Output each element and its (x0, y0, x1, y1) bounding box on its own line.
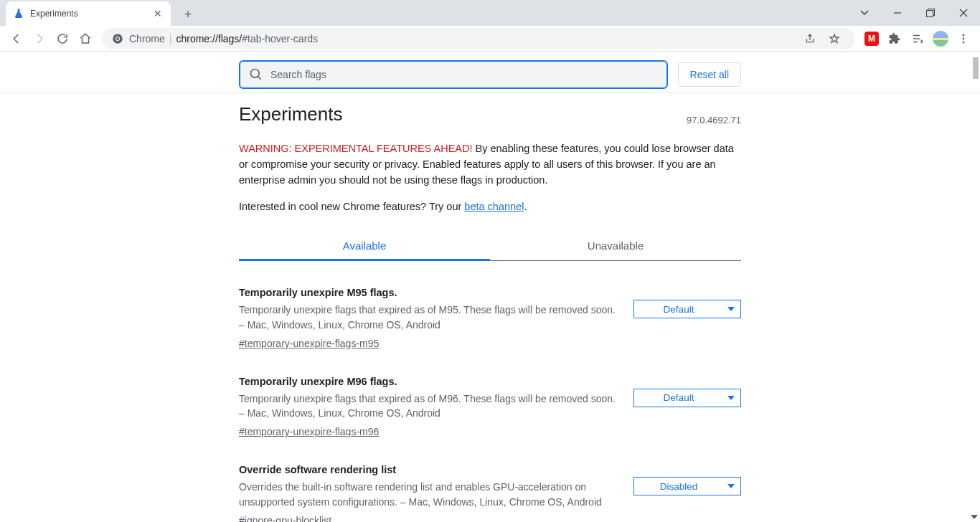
new-tab-button[interactable]: + (178, 4, 198, 24)
extension-m-icon[interactable]: M (861, 28, 882, 49)
home-button[interactable] (75, 28, 96, 49)
reading-list-icon[interactable] (907, 28, 928, 49)
url-text: Chrome|chrome://flags/#tab-hover-cards (129, 33, 318, 44)
beta-channel-link[interactable]: beta channel (464, 201, 524, 212)
svg-point-14 (251, 70, 260, 78)
search-input[interactable] (270, 69, 658, 80)
svg-point-11 (963, 34, 965, 36)
tab-title: Experiments (30, 9, 152, 19)
page-content: Reset all Experiments 97.0.4692.71 WARNI… (0, 52, 980, 522)
flag-anchor-link[interactable]: #ignore-gpu-blocklist (239, 515, 331, 522)
browser-toolbar: Chrome|chrome://flags/#tab-hover-cards M (0, 26, 980, 52)
flag-description: Overrides the built-in software renderin… (239, 480, 619, 509)
tab-unavailable[interactable]: Unavailable (490, 231, 741, 260)
flask-icon (13, 8, 24, 19)
flag-title: Temporarily unexpire M96 flags. (239, 376, 619, 387)
svg-rect-2 (927, 11, 933, 17)
header-divider (0, 92, 980, 93)
flag-anchor-link[interactable]: #temporary-unexpire-flags-m96 (239, 426, 379, 437)
tabs-dropdown-icon[interactable] (848, 3, 881, 23)
flag-item: Temporarily unexpire M96 flags.Temporari… (239, 376, 741, 439)
menu-icon[interactable] (953, 28, 974, 49)
window-close-button[interactable] (947, 3, 980, 23)
address-bar[interactable]: Chrome|chrome://flags/#tab-hover-cards (102, 28, 855, 49)
close-tab-icon[interactable]: ✕ (152, 8, 164, 19)
svg-point-7 (116, 37, 119, 40)
svg-line-15 (258, 77, 261, 80)
tab-available[interactable]: Available (239, 231, 490, 260)
chrome-version: 97.0.4692.71 (687, 115, 741, 125)
flag-state-select[interactable]: Default (633, 389, 741, 407)
flag-state-select[interactable]: Disabled (633, 477, 741, 495)
browser-tab[interactable]: Experiments ✕ (6, 1, 171, 26)
flag-item: Override software rendering listOverride… (239, 464, 741, 522)
bookmark-icon[interactable] (824, 28, 845, 49)
search-icon (249, 67, 263, 82)
flag-state-select[interactable]: Default (633, 300, 741, 318)
search-flags-box[interactable] (239, 60, 668, 89)
reload-button[interactable] (52, 28, 73, 49)
window-minimize-button[interactable] (881, 3, 914, 23)
warning-text: WARNING: EXPERIMENTAL FEATURES AHEAD! By… (239, 141, 741, 188)
page-title: Experiments (239, 103, 343, 125)
reset-all-button[interactable]: Reset all (678, 62, 741, 87)
back-button[interactable] (6, 28, 27, 49)
flag-description: Temporarily unexpire flags that expired … (239, 392, 619, 421)
share-icon[interactable] (799, 28, 821, 49)
svg-point-12 (963, 37, 965, 39)
beta-channel-text: Interested in cool new Chrome features? … (239, 201, 741, 212)
scrollbar-thumb[interactable] (973, 57, 979, 79)
flag-description: Temporarily unexpire flags that expired … (239, 303, 619, 332)
flag-anchor-link[interactable]: #temporary-unexpire-flags-m95 (239, 338, 379, 349)
chrome-icon (112, 33, 123, 44)
forward-button[interactable] (29, 28, 50, 49)
flag-title: Override software rendering list (239, 464, 619, 475)
flag-title: Temporarily unexpire M95 flags. (239, 287, 619, 298)
tab-strip: Experiments ✕ + (0, 0, 980, 26)
flag-item: Temporarily unexpire M95 flags.Temporari… (239, 287, 741, 350)
scrollbar[interactable] (969, 52, 980, 522)
scroll-down-icon[interactable] (971, 515, 978, 519)
flags-tabs: Available Unavailable (239, 231, 741, 261)
window-maximize-button[interactable] (914, 3, 947, 23)
profile-avatar[interactable] (930, 28, 951, 49)
extensions-icon[interactable] (884, 28, 905, 49)
svg-point-13 (963, 41, 965, 43)
